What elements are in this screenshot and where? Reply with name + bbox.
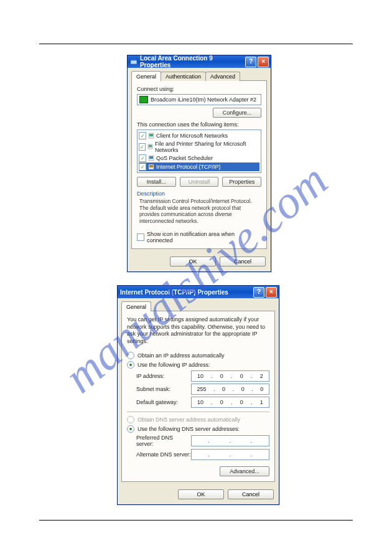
radio-use-dns[interactable] (127, 425, 134, 433)
items-label: This connection uses the following items… (137, 121, 261, 128)
configure-button[interactable]: Configure... (213, 108, 261, 118)
install-button[interactable]: Install... (137, 177, 176, 187)
tcpip-icon (148, 164, 154, 170)
ip-label: IP address: (136, 373, 191, 379)
uninstall-button: Uninstall (180, 177, 219, 187)
help-button[interactable]: ? (253, 287, 264, 298)
pref-dns-label: Preferred DNS server: (136, 435, 191, 447)
fileprint-icon (147, 144, 153, 150)
dialog-footer: OK Cancel (118, 486, 279, 504)
radio-auto-dns-label: Obtain DNS server address automatically (138, 417, 240, 423)
list-item-label: QoS Packet Scheduler (156, 155, 213, 161)
description-text: Transmission Control Protocol/Internet P… (137, 197, 261, 226)
svg-rect-8 (149, 156, 153, 159)
subnet-input[interactable]: 255. 0. 0. 0 (191, 384, 269, 395)
close-button[interactable]: × (266, 287, 277, 298)
tab-panel-general: You can get IP settings assigned automat… (121, 311, 275, 482)
adapter-name: Broadcom iLine10(tm) Network Adapter #2 (151, 97, 256, 103)
ip-input[interactable]: 10. 0. 0. 2 (191, 370, 269, 382)
adapter-icon (139, 96, 148, 103)
svg-rect-2 (134, 59, 136, 60)
radio-auto-ip[interactable] (127, 352, 134, 359)
checkbox-icon[interactable]: ✓ (139, 132, 146, 139)
tab-general[interactable]: General (121, 301, 151, 311)
cancel-button[interactable]: Cancel (228, 489, 274, 499)
help-button[interactable]: ? (245, 57, 256, 67)
page-rule-bottom (39, 520, 353, 521)
list-item[interactable]: ✓ Client for Microsoft Networks (139, 131, 259, 140)
show-icon-label: Show icon in notification area when conn… (147, 231, 261, 243)
svg-rect-6 (149, 145, 152, 148)
qos-icon (148, 155, 154, 161)
checkbox-icon[interactable]: ✓ (139, 143, 146, 151)
lan-properties-dialog: Local Area Connection 9 Properties ? × G… (127, 55, 271, 272)
list-item[interactable]: ✓ File and Printer Sharing for Microsoft… (139, 140, 259, 154)
titlebar[interactable]: Local Area Connection 9 Properties ? × (128, 55, 271, 68)
show-icon-checkbox[interactable]: ✓ (137, 233, 144, 241)
adapter-field: Broadcom iLine10(tm) Network Adapter #2 (137, 94, 261, 105)
dialog-title: Local Area Connection 9 Properties (140, 55, 244, 68)
gateway-label: Default gateway: (136, 399, 191, 405)
radio-use-ip-label: Use the following IP address: (138, 362, 210, 368)
list-item[interactable]: ✓ QoS Packet Scheduler (139, 154, 259, 163)
protocol-list[interactable]: ✓ Client for Microsoft Networks ✓ File a… (137, 130, 261, 173)
intro-text: You can get IP settings assigned automat… (127, 316, 269, 346)
checkbox-icon[interactable]: ✓ (139, 154, 146, 162)
radio-auto-ip-label: Obtain an IP address automatically (138, 352, 224, 359)
tab-authentication[interactable]: Authentication (161, 72, 206, 81)
tcpip-properties-dialog: Internet Protocol (TCP/IP) Properties ? … (117, 285, 279, 505)
close-button[interactable]: × (258, 57, 269, 67)
cancel-button[interactable]: Cancel (220, 257, 266, 266)
checkbox-icon[interactable]: ✓ (139, 163, 146, 171)
svg-rect-10 (149, 165, 153, 167)
dialog-footer: OK Cancel (128, 253, 271, 271)
radio-auto-dns (127, 416, 134, 423)
dialog-title: Internet Protocol (TCP/IP) Properties (120, 289, 228, 296)
list-item-label: Client for Microsoft Networks (156, 133, 228, 139)
titlebar[interactable]: Internet Protocol (TCP/IP) Properties ? … (118, 286, 279, 298)
tab-general[interactable]: General (131, 71, 161, 81)
radio-use-ip[interactable] (127, 361, 134, 369)
client-icon (148, 133, 154, 139)
pref-dns-input[interactable]: . . . (191, 435, 269, 446)
radio-use-dns-label: Use the following DNS server addresses: (138, 426, 240, 432)
connection-icon (130, 58, 138, 65)
description-label: Description (137, 191, 261, 197)
tab-panel-general: Connect using: Broadcom iLine10(tm) Netw… (131, 80, 267, 249)
page-rule-top (39, 44, 353, 44)
properties-button[interactable]: Properties (222, 177, 261, 187)
advanced-button[interactable]: Advanced... (220, 466, 269, 476)
ok-button[interactable]: OK (170, 257, 216, 266)
list-item[interactable]: ✓ Internet Protocol (TCP/IP) (139, 163, 259, 171)
connect-using-label: Connect using: (137, 86, 261, 92)
ok-button[interactable]: OK (178, 489, 224, 499)
svg-rect-0 (131, 60, 137, 64)
alt-dns-label: Alternate DNS server: (136, 451, 191, 458)
tab-advanced[interactable]: Advanced (205, 72, 240, 81)
list-item-label: File and Printer Sharing for Microsoft N… (155, 141, 259, 153)
subnet-label: Subnet mask: (136, 386, 191, 392)
list-item-label: Internet Protocol (TCP/IP) (156, 164, 221, 170)
tabstrip: General Authentication Advanced (131, 72, 267, 81)
svg-rect-4 (149, 134, 153, 136)
gateway-input[interactable]: 10. 0. 0. 1 (191, 397, 269, 408)
svg-rect-1 (132, 59, 133, 60)
alt-dns-input[interactable]: . . . (191, 449, 269, 460)
